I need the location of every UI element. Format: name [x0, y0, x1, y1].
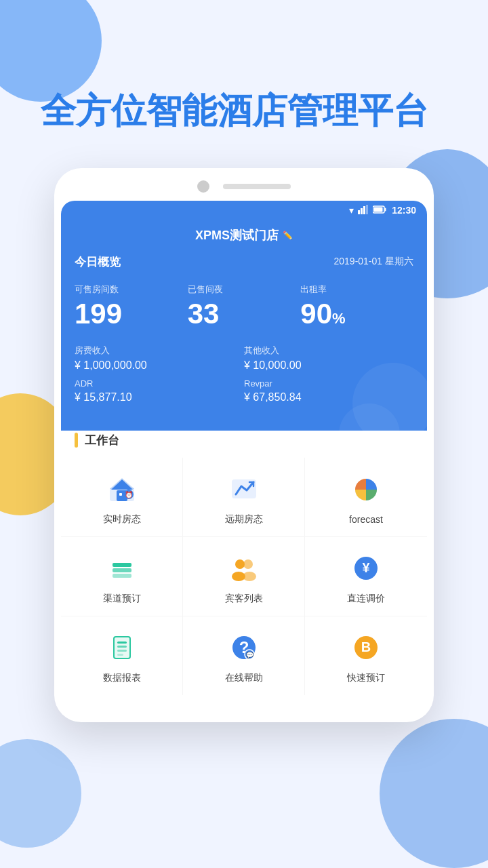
stat-available-label: 可售房间数 — [75, 283, 188, 296]
white-card: 工作台 ⏰ — [61, 420, 427, 702]
menu-label-channel: 渠道预订 — [103, 593, 141, 605]
svg-point-20 — [243, 559, 253, 569]
bg-decoration-br — [380, 719, 488, 868]
menu-item-fastbook[interactable]: B 快速预订 — [305, 616, 427, 695]
svg-rect-18 — [113, 574, 131, 578]
svg-text:⏰: ⏰ — [125, 490, 134, 499]
overview-title: 今日概览 — [75, 254, 121, 270]
svg-rect-3 — [366, 205, 368, 214]
phone-notch — [54, 168, 434, 201]
other-revenue-label: 其他收入 — [244, 344, 413, 357]
battery-icon — [373, 205, 386, 216]
stat-sold-label: 已售间夜 — [188, 283, 301, 296]
menu-item-help[interactable]: ? 💬 在线帮助 — [183, 616, 305, 695]
menu-item-realtime[interactable]: ⏰ 实时房态 — [61, 458, 183, 537]
menu-label-fastbook: 快速预订 — [347, 672, 385, 684]
menu-item-forecast-room[interactable]: 远期房态 — [183, 458, 305, 537]
status-icons: ▾ — [349, 205, 386, 216]
menu-item-channel[interactable]: 渠道预订 — [61, 537, 183, 616]
signal-icon — [358, 205, 369, 216]
pie-icon — [348, 472, 384, 507]
adr-value: ¥ 15,877.10 — [75, 391, 244, 403]
revenue-row-2: ADR ¥ 15,877.10 Revpar ¥ 67,850.84 — [75, 378, 413, 403]
menu-label-realtime: 实时房态 — [103, 513, 141, 526]
other-revenue-value: ¥ 10,000.00 — [244, 359, 413, 372]
revpar: Revpar ¥ 67,850.84 — [244, 378, 413, 403]
stat-occupancy-value: 90% — [300, 300, 413, 328]
hero-title: 全方位智能酒店管理平台 — [0, 0, 488, 155]
stats-row: 可售房间数 199 已售间夜 33 出租率 90% — [75, 283, 413, 328]
stat-available-rooms: 可售房间数 199 — [75, 283, 188, 328]
svg-marker-9 — [111, 479, 133, 490]
svg-text:💬: 💬 — [245, 651, 253, 659]
overview-date: 2019-01-01 星期六 — [333, 256, 413, 268]
store-name-arrow: ✏️ — [283, 231, 293, 240]
phone-speaker — [223, 184, 291, 189]
phone-camera — [197, 180, 209, 193]
svg-rect-17 — [113, 568, 131, 572]
adr: ADR ¥ 15,877.10 — [75, 378, 244, 403]
bg-decoration-bl — [0, 739, 81, 848]
menu-label-report: 数据报表 — [103, 672, 141, 684]
menu-label-forecast: forecast — [349, 514, 383, 525]
layers-icon — [104, 551, 140, 586]
adr-label: ADR — [75, 378, 244, 389]
svg-rect-30 — [117, 654, 123, 656]
guest-icon — [226, 551, 262, 586]
menu-item-pricing[interactable]: ¥ 直连调价 — [305, 537, 427, 616]
svg-point-22 — [243, 572, 256, 581]
svg-rect-1 — [361, 208, 363, 214]
svg-rect-2 — [363, 206, 365, 214]
status-bar: ▾ — [61, 201, 427, 220]
app-screen: ▾ — [61, 201, 427, 702]
other-revenue: 其他收入 ¥ 10,000.00 — [244, 344, 413, 372]
menu-item-guest[interactable]: 宾客列表 — [183, 537, 305, 616]
revenue-row-1: 房费收入 ¥ 1,000,000.00 其他收入 ¥ 10,000.00 — [75, 344, 413, 372]
workstation-title: 工作台 — [85, 433, 119, 448]
menu-grid: ⏰ 实时房态 远期房态 — [61, 458, 427, 695]
wifi-icon: ▾ — [349, 205, 354, 216]
status-time: 12:30 — [392, 205, 416, 216]
menu-item-report[interactable]: 数据报表 — [61, 616, 183, 695]
room-revenue-label: 房费收入 — [75, 344, 244, 357]
svg-rect-28 — [117, 646, 127, 648]
svg-rect-29 — [117, 650, 127, 652]
store-name: XPMS测试门店 ✏️ — [75, 227, 413, 243]
stat-occupancy-label: 出租率 — [300, 283, 413, 296]
stat-sold-value: 33 — [188, 300, 301, 328]
stat-sold-rooms: 已售间夜 33 — [188, 283, 301, 328]
menu-label-forecast-room: 远期房态 — [225, 513, 263, 526]
phone-mockup: ▾ — [54, 168, 434, 722]
svg-rect-11 — [119, 493, 122, 496]
svg-rect-0 — [358, 210, 360, 214]
svg-rect-16 — [113, 563, 131, 567]
menu-item-forecast[interactable]: forecast — [305, 458, 427, 537]
price-icon: ¥ — [348, 551, 384, 586]
revpar-label: Revpar — [244, 378, 413, 389]
svg-rect-6 — [374, 208, 383, 212]
svg-rect-5 — [385, 208, 386, 212]
chart-icon — [226, 471, 262, 507]
room-revenue: 房费收入 ¥ 1,000,000.00 — [75, 344, 244, 372]
booking-icon: B — [348, 630, 384, 665]
menu-label-help: 在线帮助 — [225, 672, 263, 684]
svg-text:¥: ¥ — [362, 560, 370, 575]
room-revenue-value: ¥ 1,000,000.00 — [75, 359, 244, 372]
overview-header: 今日概览 2019-01-01 星期六 — [75, 254, 413, 270]
app-header: XPMS测试门店 ✏️ 今日概览 2019-01-01 星期六 可售房间数 19… — [61, 220, 427, 431]
house-icon: ⏰ — [104, 471, 140, 507]
svg-point-19 — [235, 559, 245, 569]
revpar-value: ¥ 67,850.84 — [244, 391, 413, 403]
menu-label-pricing: 直连调价 — [347, 593, 385, 605]
stat-available-value: 199 — [75, 300, 188, 328]
workstation-bar-accent — [75, 433, 78, 448]
report-icon — [104, 630, 140, 665]
menu-label-guest: 宾客列表 — [225, 593, 263, 605]
svg-text:B: B — [361, 639, 371, 654]
help-icon: ? 💬 — [226, 630, 262, 665]
stat-occupancy: 出租率 90% — [300, 283, 413, 328]
svg-rect-27 — [117, 642, 127, 644]
